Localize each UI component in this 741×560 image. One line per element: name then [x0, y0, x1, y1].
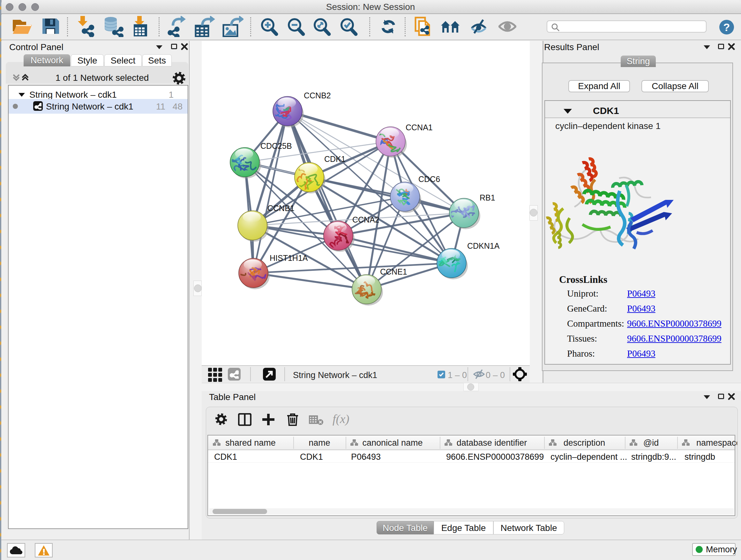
svg-text:CDK1: CDK1 — [324, 154, 346, 164]
svg-text:CDC6: CDC6 — [418, 175, 440, 184]
svg-text:CDKN1A: CDKN1A — [467, 241, 500, 250]
svg-text:CCNB2: CCNB2 — [304, 91, 331, 100]
svg-text:CCNE1: CCNE1 — [380, 267, 407, 276]
svg-text:CCNA2: CCNA2 — [352, 215, 380, 224]
svg-text:CCNA1: CCNA1 — [406, 123, 433, 132]
svg-text:CDC25B: CDC25B — [260, 141, 292, 150]
svg-text:CCNB1: CCNB1 — [267, 204, 294, 212]
svg-text:RB1: RB1 — [480, 193, 495, 202]
svg-text:HIST1H1A: HIST1H1A — [270, 253, 308, 262]
